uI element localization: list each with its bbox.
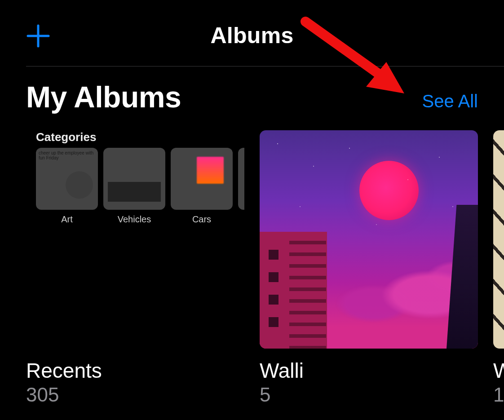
category-label: Cars	[171, 214, 233, 225]
album-partial[interactable]: W 1	[493, 130, 504, 406]
category-art: cheer up the employee with fun Friday Ar…	[36, 148, 98, 225]
album-walli[interactable]: Walli 5	[260, 130, 478, 406]
page-title: Albums	[0, 22, 504, 49]
album-title: Walli	[260, 358, 478, 383]
building-left-graphic	[260, 232, 327, 349]
category-cars: Cars	[171, 148, 233, 225]
album-title: Recents	[26, 358, 244, 383]
album-thumbnail	[493, 130, 504, 349]
album-thumbnail: Categories cheer up the employee with fu…	[26, 130, 244, 349]
category-thumbnail	[103, 148, 165, 210]
category-vehicles: Vehicles	[103, 148, 165, 225]
divider	[26, 66, 504, 66]
section-title: My Albums	[26, 80, 181, 114]
category-thumbnail	[171, 148, 233, 210]
categories-row: cheer up the employee with fun Friday Ar…	[36, 148, 244, 225]
category-label: Art	[36, 214, 98, 225]
album-title: W	[493, 358, 504, 383]
albums-row[interactable]: Categories cheer up the employee with fu…	[26, 130, 504, 406]
moon-graphic	[359, 161, 419, 220]
section-header: My Albums See All	[26, 80, 478, 114]
clouds-graphic	[298, 241, 478, 331]
album-count: 5	[260, 384, 478, 406]
album-count: 305	[26, 384, 244, 406]
album-thumbnail	[260, 130, 478, 349]
category-partial	[238, 148, 244, 225]
album-count: 1	[493, 384, 504, 406]
category-thumbnail: cheer up the employee with fun Friday	[36, 148, 98, 210]
category-thumbnail	[238, 148, 244, 210]
category-label: Vehicles	[103, 214, 165, 225]
album-recents[interactable]: Categories cheer up the employee with fu…	[26, 130, 244, 406]
navigation-bar: Albums	[0, 0, 504, 65]
see-all-link[interactable]: See All	[422, 91, 478, 111]
building-right-graphic	[447, 205, 478, 349]
categories-label: Categories	[36, 130, 244, 144]
